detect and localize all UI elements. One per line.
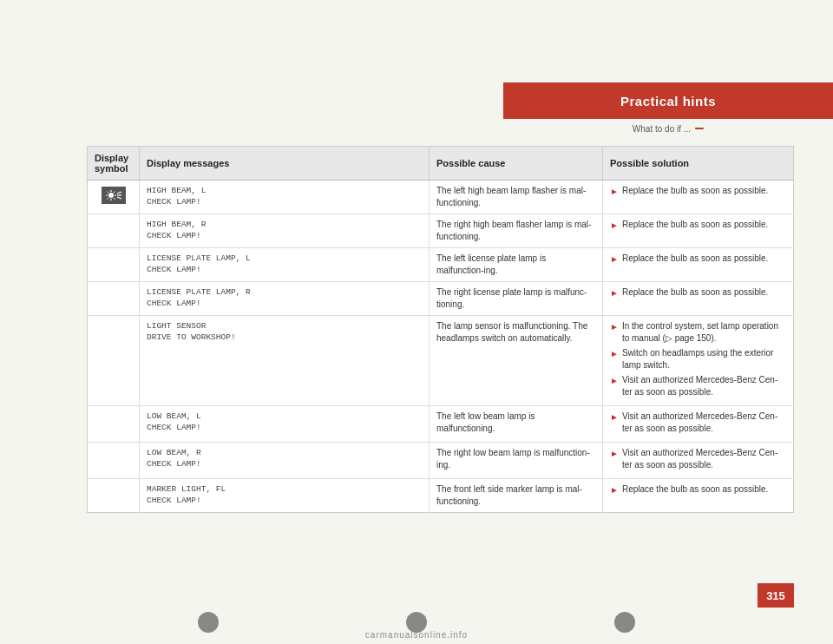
message-cell: LIGHT SENSOR DRIVE TO WORKSHOP! [140,316,430,406]
table-row: LOW BEAM, L CHECK LAMP!The left low beam… [88,406,794,443]
message-cell: HIGH BEAM, R CHECK LAMP! [140,214,430,248]
solution-text: Visit an authorized Mercedes-Benz Cen-te… [622,411,786,435]
sun-icon [102,187,126,204]
table-row: LICENSE PLATE LAMP, L CHECK LAMP!The lef… [88,248,794,282]
solution-cell: ►Replace the bulb as soon as possible. [603,248,794,282]
page-number: 315 [766,589,785,602]
solution-item: ►Replace the bulb as soon as possible. [610,185,786,198]
display-message: HIGH BEAM, L CHECK LAMP! [147,185,422,208]
symbol-cell [88,181,140,214]
message-cell: LOW BEAM, R CHECK LAMP! [140,443,430,479]
message-cell: MARKER LIGHT, FL CHECK LAMP! [140,479,430,513]
arrow-bullet: ► [610,448,619,460]
solution-text: Replace the bulb as soon as possible. [622,219,768,231]
svg-point-0 [108,193,114,198]
svg-line-8 [107,198,108,200]
what-to-do-text: What to do if ... [633,124,691,134]
solution-text: In the control system, set lamp operatio… [622,320,786,345]
table-header-row: Display symbol Display messages Possible… [88,147,794,181]
message-cell: LICENSE PLATE LAMP, R CHECK LAMP! [140,282,430,316]
arrow-bullet: ► [610,411,619,424]
display-message: MARKER LIGHT, FL CHECK LAMP! [147,483,422,507]
svg-line-7 [114,192,115,194]
table-row: LOW BEAM, R CHECK LAMP!The right low bea… [88,443,794,479]
solution-item: ►Visit an authorized Mercedes-Benz Cen-t… [610,411,786,435]
solution-cell: ►Visit an authorized Mercedes-Benz Cen-t… [603,443,794,479]
solution-cell: ►In the control system, set lamp operati… [603,316,794,406]
solution-text: Replace the bulb as soon as possible. [622,185,768,197]
display-messages-table: Display symbol Display messages Possible… [87,146,794,513]
solution-cell: ►Replace the bulb as soon as possible. [603,479,794,513]
cause-cell: The right license plate lamp is malfunc-… [430,282,603,316]
cause-cell: The left high beam lamp flasher is mal-f… [430,181,603,214]
col-display-symbol: Display symbol [88,147,140,181]
cause-cell: The right low beam lamp is malfunction-i… [430,443,603,479]
solution-item: ►Visit an authorized Mercedes-Benz Cen-t… [610,374,786,398]
solution-text: Replace the bulb as soon as possible. [622,253,768,265]
message-cell: LICENSE PLATE LAMP, L CHECK LAMP! [140,248,430,282]
symbol-cell [88,248,140,282]
solution-item: ►Switch on headlamps using the exterior … [610,347,786,371]
display-message: LOW BEAM, L CHECK LAMP! [147,411,422,434]
arrow-bullet: ► [610,287,619,299]
arrow-bullet: ► [610,375,619,387]
solution-text: Replace the bulb as soon as possible. [622,483,768,496]
arrow-bullet: ► [610,253,619,266]
table-row: LIGHT SENSOR DRIVE TO WORKSHOP!The lamp … [88,316,794,406]
cause-cell: The left license plate lamp is malfuncti… [430,248,603,282]
solution-item: ►Replace the bulb as soon as possible. [610,286,786,299]
symbol-cell [88,214,140,248]
solution-item: ►In the control system, set lamp operati… [610,320,786,345]
arrow-bullet: ► [610,186,619,198]
solution-cell: ►Visit an authorized Mercedes-Benz Cen-t… [603,406,794,443]
col-possible-solution: Possible solution [603,147,794,181]
solution-item: ►Replace the bulb as soon as possible. [610,219,786,232]
main-table-container: Display symbol Display messages Possible… [87,146,794,566]
svg-line-5 [107,192,108,194]
display-message: LICENSE PLATE LAMP, R CHECK LAMP! [147,286,422,310]
page-number-box: 315 [758,583,794,608]
solution-item: ►Visit an authorized Mercedes-Benz Cen-t… [610,447,786,471]
what-to-do-bar: What to do if ... [503,119,833,138]
practical-hints-title: Practical hints [620,94,716,108]
watermark: carmanualsonline.info [0,630,833,640]
display-message: HIGH BEAM, R CHECK LAMP! [147,219,422,242]
symbol-cell [88,479,140,513]
cause-cell: The lamp sensor is malfunctioning. The h… [430,316,603,406]
table-row: HIGH BEAM, R CHECK LAMP!The right high b… [88,214,794,248]
symbol-cell [88,316,140,406]
solution-text: Visit an authorized Mercedes-Benz Cen-te… [622,374,786,398]
message-cell: HIGH BEAM, L CHECK LAMP! [140,181,430,214]
svg-line-11 [117,197,121,199]
display-message: LICENSE PLATE LAMP, L CHECK LAMP! [147,253,422,276]
display-message: LIGHT SENSOR DRIVE TO WORKSHOP! [147,320,422,344]
solution-text: Switch on headlamps using the exterior l… [622,347,786,371]
table-row: HIGH BEAM, L CHECK LAMP!The left high be… [88,181,794,214]
table-row: MARKER LIGHT, FL CHECK LAMP!The front le… [88,479,794,513]
arrow-bullet: ► [610,220,619,232]
solution-item: ►Replace the bulb as soon as possible. [610,253,786,266]
col-display-messages: Display messages [140,147,430,181]
symbol-cell [88,443,140,479]
cause-cell: The right high beam flasher lamp is mal-… [430,214,603,248]
col-possible-cause: Possible cause [430,147,603,181]
solution-text: Visit an authorized Mercedes-Benz Cen-te… [622,447,786,471]
svg-line-6 [114,198,115,200]
what-to-do-badge [695,128,704,129]
display-message: LOW BEAM, R CHECK LAMP! [147,447,422,470]
solution-cell: ►Replace the bulb as soon as possible. [603,181,794,214]
practical-hints-bar: Practical hints [503,82,833,119]
cause-cell: The front left side marker lamp is mal-f… [430,479,603,513]
solution-cell: ►Replace the bulb as soon as possible. [603,282,794,316]
solution-text: Replace the bulb as soon as possible. [622,286,768,299]
solution-cell: ►Replace the bulb as soon as possible. [603,214,794,248]
message-cell: LOW BEAM, L CHECK LAMP! [140,406,430,443]
arrow-bullet: ► [610,484,619,496]
solution-item: ►Replace the bulb as soon as possible. [610,483,786,496]
arrow-bullet: ► [610,321,619,333]
arrow-bullet: ► [610,348,619,360]
cause-cell: The left low beam lamp is malfunctioning… [430,406,603,443]
symbol-cell [88,406,140,443]
svg-line-9 [117,192,121,194]
symbol-cell [88,282,140,316]
